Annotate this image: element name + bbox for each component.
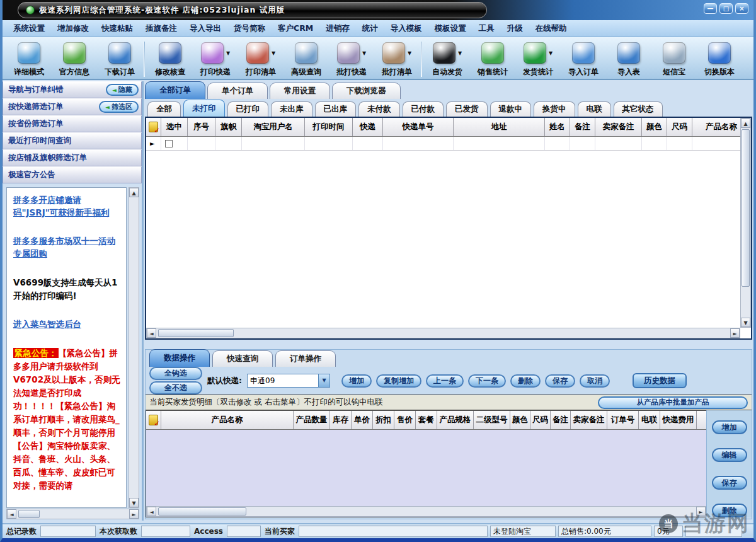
next-button[interactable]: 下一条	[468, 374, 506, 388]
tab-status-12[interactable]: 其它状态	[614, 101, 663, 117]
select-all-header[interactable]	[146, 411, 161, 429]
menu-item[interactable]: 导入导出	[184, 21, 227, 36]
close-button[interactable]: ×	[735, 3, 748, 14]
restore-button[interactable]: □	[719, 3, 733, 14]
chevron-down-icon[interactable]: ▼	[408, 50, 411, 56]
tab-primary-2[interactable]: 单个订单	[207, 83, 268, 99]
table-row[interactable]: ►	[146, 137, 751, 151]
tab-status-9[interactable]: 退款中	[490, 101, 532, 117]
history-data-button[interactable]: 历史数据	[633, 373, 687, 388]
toolbar-button[interactable]: 短信宝	[651, 39, 697, 78]
menu-item[interactable]: 客户CRM	[272, 21, 319, 36]
announcement-vscrollbar[interactable]: ▲ ▼	[129, 187, 139, 508]
tab-status-4[interactable]: 未出库	[271, 101, 312, 117]
column-header[interactable]: 产品名称	[161, 411, 294, 429]
save-button[interactable]: 保存	[545, 374, 575, 388]
product-add-button[interactable]: 增加	[712, 420, 747, 434]
delete-button[interactable]: 删除	[510, 374, 541, 388]
column-header[interactable]: 快递费用	[660, 411, 697, 429]
default-express-combobox[interactable]: 申通09 ▼	[247, 374, 330, 388]
column-header[interactable]: 打印时间	[305, 118, 353, 136]
toolbar-button[interactable]: ▼自动发货	[425, 39, 470, 78]
scrollbar-thumb[interactable]	[158, 507, 246, 516]
scroll-right-icon[interactable]: ►	[730, 328, 740, 338]
column-header[interactable]: 序号	[188, 118, 215, 136]
column-header[interactable]: 姓名	[545, 118, 570, 136]
sidebar-section-1[interactable]: 导航与订单纠错◄隐藏	[3, 81, 142, 98]
scroll-left-icon[interactable]: ◄	[147, 507, 156, 516]
column-header[interactable]: 颜色	[510, 411, 530, 429]
add-button[interactable]: 增加	[341, 374, 372, 388]
product-table-hscrollbar[interactable]: ◄ ►	[146, 506, 706, 517]
menu-item[interactable]: 系统设置	[8, 21, 50, 36]
scroll-up-icon[interactable]: ▲	[129, 188, 139, 197]
menu-item[interactable]: 统计	[357, 21, 384, 36]
tab-bottom-1[interactable]: 数据操作	[149, 349, 210, 367]
column-header[interactable]: 产品数量	[294, 411, 330, 429]
menu-item[interactable]: 货号简称	[228, 21, 271, 36]
column-header[interactable]: 售价	[394, 411, 416, 429]
copy-add-button[interactable]: 复制增加	[376, 374, 421, 388]
toolbar-button[interactable]: 下载订单	[97, 39, 142, 78]
menu-item[interactable]: 升级	[501, 21, 529, 36]
toolbar-button[interactable]: 销售统计	[470, 39, 515, 78]
column-header[interactable]: 单价	[352, 411, 373, 429]
sidebar-section-button[interactable]: ◄隐藏	[106, 84, 139, 96]
toolbar-button[interactable]: 详细模式	[6, 39, 52, 78]
toolbar-button[interactable]: ▼发货统计	[515, 39, 561, 78]
row-select-cell[interactable]	[161, 137, 188, 150]
announcement-link[interactable]: 进入菜鸟智选后台	[13, 318, 121, 331]
tab-status-11[interactable]: 电联	[578, 101, 611, 117]
column-header[interactable]: 电联	[639, 411, 660, 429]
column-header[interactable]: 淘宝用户名	[242, 118, 305, 136]
chevron-down-icon[interactable]: ▼	[549, 50, 553, 56]
tab-bottom-2[interactable]: 快速查询	[212, 350, 273, 367]
tab-status-10[interactable]: 换货中	[534, 101, 575, 117]
chevron-down-icon[interactable]: ▼	[272, 50, 275, 56]
toolbar-button[interactable]: 修改核查	[147, 39, 193, 78]
column-header[interactable]: 地址	[454, 118, 545, 136]
column-header[interactable]: 选中	[161, 118, 188, 136]
tab-status-7[interactable]: 已付款	[403, 101, 444, 117]
chevron-down-icon[interactable]: ▼	[362, 50, 366, 56]
toolbar-button[interactable]: ▼打印快递	[193, 39, 238, 78]
column-header[interactable]: 颜色	[642, 118, 667, 136]
tab-status-1[interactable]: 全部	[147, 101, 181, 117]
column-header[interactable]: 二级型号	[474, 411, 510, 429]
tab-primary-4[interactable]: 下载浏览器	[332, 83, 401, 99]
sidebar-section-button[interactable]: ◄筛选区	[99, 101, 139, 113]
column-header[interactable]: 尺码	[667, 118, 692, 136]
scrollbar-thumb[interactable]	[742, 129, 750, 287]
product-delete-button[interactable]: 删除	[712, 504, 747, 517]
menu-item[interactable]: 工具	[473, 21, 500, 36]
title-pill[interactable]: 极速系列网店综合管理系统-极速软件 店铺:0523lujian 试用版	[18, 2, 487, 18]
column-header[interactable]: 快递	[353, 118, 383, 136]
scroll-left-icon[interactable]: ◄	[147, 328, 156, 338]
menu-item[interactable]: 增加修改	[52, 21, 94, 36]
row-checkbox[interactable]	[165, 140, 173, 147]
column-header[interactable]: 折扣	[373, 411, 394, 429]
tab-status-8[interactable]: 已发货	[446, 101, 488, 117]
scrollbar-thumb[interactable]	[158, 329, 234, 337]
batch-add-products-button[interactable]: 从产品库中批量加产品	[598, 396, 748, 409]
tab-primary-3[interactable]: 常用设置	[270, 83, 330, 99]
scroll-up-icon[interactable]: ▲	[741, 118, 750, 128]
product-save-button[interactable]: 保存	[712, 476, 747, 490]
tab-status-6[interactable]: 未付款	[358, 101, 400, 117]
toolbar-button[interactable]: ▼批打快递	[329, 39, 374, 78]
scroll-right-icon[interactable]: ►	[696, 507, 706, 516]
menu-item[interactable]: 导入模板	[385, 21, 428, 36]
tab-bottom-3[interactable]: 订单操作	[275, 350, 336, 367]
tab-status-2[interactable]: 未打印	[183, 100, 225, 117]
tab-primary-1[interactable]: 全部订单	[145, 81, 205, 99]
sidebar-section-4[interactable]: 最近打印时间查询	[3, 132, 142, 149]
menu-item[interactable]: 在线帮助	[530, 21, 573, 36]
order-table-hscrollbar[interactable]: ◄ ►	[146, 328, 740, 338]
menu-item[interactable]: 插旗备注	[140, 21, 183, 36]
toolbar-button[interactable]: ▼批打清单	[374, 39, 420, 78]
sidebar-section-2[interactable]: 按快递筛选订单◄筛选区	[3, 98, 142, 115]
chevron-down-icon[interactable]: ▼	[318, 374, 329, 387]
toolbar-button[interactable]: 官方信息	[52, 39, 97, 78]
scroll-right-icon[interactable]: ►	[129, 509, 139, 519]
product-edit-button[interactable]: 编辑	[712, 448, 747, 462]
